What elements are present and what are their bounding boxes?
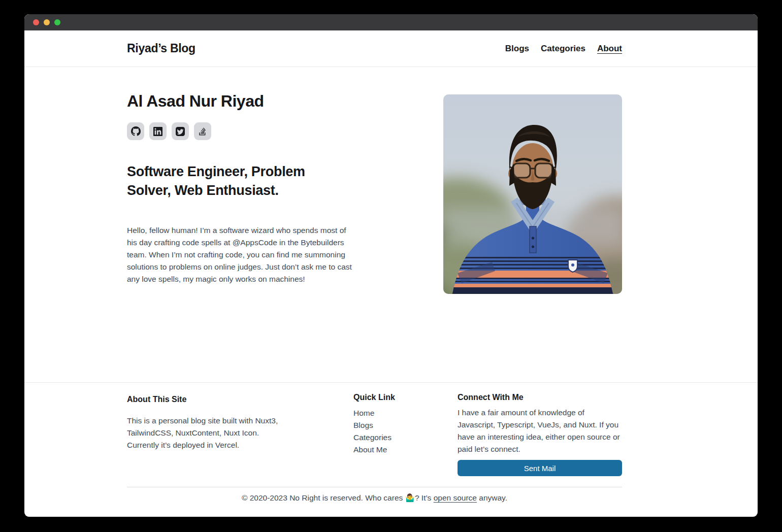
profile-bio: Hello, fellow human! I’m a software wiza…: [127, 224, 355, 285]
footer-about-text: This is a personal blog site built with …: [127, 415, 285, 451]
footer-about-section: About This Site This is a personal blog …: [127, 395, 285, 451]
copyright-text: © 2020-2023 No Right is reserved. Who ca…: [127, 493, 622, 503]
main-nav: Blogs Categories About: [505, 44, 622, 54]
open-source-link[interactable]: open source: [434, 493, 477, 502]
footer-quicklinks-section: Quick Link Home Blogs Categories About M…: [353, 393, 435, 456]
footer-connect-title: Connect With Me: [458, 393, 622, 402]
footer-connect-section: Connect With Me I have a fair amount of …: [458, 393, 622, 455]
nav-link-blogs[interactable]: Blogs: [505, 44, 529, 54]
profile-subtitle: Software Engineer, Problem Solver, Web E…: [127, 162, 305, 200]
github-icon: [131, 126, 141, 136]
site-title: Riyad’s Blog: [127, 42, 196, 55]
footer-connect-text: I have a fair amount of knowledge of Jav…: [458, 407, 622, 455]
shrug-emoji: 🤷‍♂️: [405, 493, 415, 502]
footer-link-blogs[interactable]: Blogs: [353, 419, 435, 431]
footer-link-categories[interactable]: Categories: [353, 431, 435, 444]
profile-name-heading: Al Asad Nur Riyad: [127, 90, 264, 112]
github-link[interactable]: [127, 122, 144, 140]
sent-mail-button[interactable]: Sent Mail: [458, 460, 622, 476]
copyright-middle: ? It’s: [415, 493, 434, 502]
subtitle-line-1: Software Engineer, Problem: [127, 162, 305, 181]
minimize-window-button[interactable]: [44, 19, 50, 25]
footer-about-title: About This Site: [127, 395, 285, 404]
stackoverflow-icon: [198, 127, 207, 136]
site-header: Riyad’s Blog Blogs Categories About: [24, 30, 758, 67]
stackoverflow-link[interactable]: [194, 122, 211, 140]
browser-window: Riyad’s Blog Blogs Categories About Al A…: [24, 14, 758, 517]
social-links: [127, 122, 211, 140]
close-window-button[interactable]: [33, 19, 39, 25]
twitter-link[interactable]: [172, 122, 189, 140]
nav-link-about[interactable]: About: [597, 44, 622, 54]
footer-link-home[interactable]: Home: [353, 407, 435, 419]
footer-link-about-me[interactable]: About Me: [353, 444, 435, 456]
footer-divider: [24, 382, 758, 383]
linkedin-link[interactable]: [149, 122, 167, 140]
twitter-icon: [176, 127, 185, 136]
copyright-prefix: © 2020-2023 No Right is reserved. Who ca…: [242, 493, 405, 502]
linkedin-icon: [153, 127, 162, 136]
nav-link-categories[interactable]: Categories: [541, 44, 585, 54]
copyright-divider: [127, 487, 622, 487]
window-titlebar: [24, 14, 758, 30]
subtitle-line-2: Solver, Web Enthusiast.: [127, 181, 305, 200]
copyright-suffix: anyway.: [477, 493, 507, 502]
profile-photo: [443, 94, 622, 294]
footer-quicklinks-title: Quick Link: [353, 393, 435, 402]
maximize-window-button[interactable]: [54, 19, 60, 25]
